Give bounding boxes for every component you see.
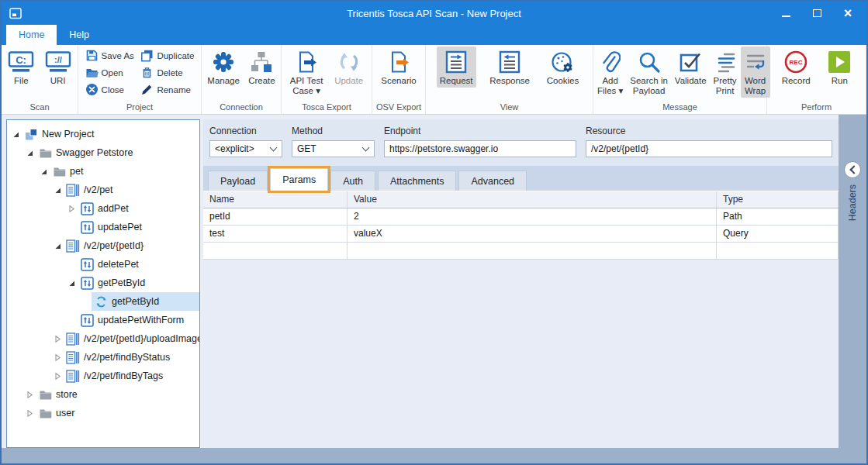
tree-expander-icon[interactable]	[52, 240, 64, 252]
column-header-name[interactable]: Name	[203, 191, 348, 208]
tree-item-getpetbyid[interactable]: getPetById	[7, 274, 199, 292]
table-cell[interactable]: 2	[348, 208, 717, 225]
tree-item-label: pet	[70, 166, 83, 177]
tree-expander-icon[interactable]	[24, 147, 36, 159]
tree-expander-icon[interactable]	[52, 370, 64, 382]
tree-item-label: /v2/pet	[84, 184, 113, 195]
scenario-button[interactable]: Scenario	[378, 46, 419, 88]
app-window: Tricentis Tosca API Scan - New Project ×…	[0, 0, 868, 465]
tree-item-v2-pet-findbystatus[interactable]: /v2/pet/findByStatus	[7, 348, 199, 367]
table-cell[interactable]	[717, 243, 839, 259]
tree-item-label: /v2/pet/findByStatus	[84, 352, 170, 363]
record-button[interactable]: RECRecord	[779, 46, 814, 88]
doc-arrow-blue-icon	[295, 48, 318, 76]
folder-open-icon	[85, 66, 99, 79]
tree-expander-icon[interactable]	[66, 277, 78, 289]
tree-item-user[interactable]: user	[7, 404, 199, 422]
table-cell[interactable]: Path	[717, 208, 839, 225]
pretty-print-button[interactable]: PrettyPrint	[711, 46, 740, 98]
save-as-button[interactable]: Save As	[85, 49, 134, 62]
response-button[interactable]: Response	[486, 46, 533, 88]
tree-item-label: getPetById	[98, 277, 145, 288]
tree-expander-icon[interactable]	[66, 203, 78, 215]
tree-item-getpetbyid[interactable]: getPetById	[7, 292, 199, 311]
tree-item-deletepet[interactable]: deletePet	[7, 255, 199, 274]
table-row	[203, 243, 839, 260]
close-project-button[interactable]: Close	[85, 83, 134, 96]
file-button[interactable]: C:File	[4, 46, 38, 88]
table-cell[interactable]	[203, 243, 348, 259]
endpoint-doc-icon	[66, 184, 80, 197]
endpoint-input[interactable]: https://petstore.swagger.io	[384, 140, 576, 157]
tree-item-updatepetwithform[interactable]: updatePetWithForm	[7, 311, 199, 329]
endpoint-doc-icon	[66, 239, 80, 253]
validate-button[interactable]: Validate	[672, 46, 710, 88]
uri-button[interactable]: ://URI	[41, 46, 75, 88]
tab-auth[interactable]: Auth	[330, 170, 375, 191]
tree-item-updatepet[interactable]: updatePet	[7, 218, 199, 236]
word-wrap-button[interactable]: WordWrap	[741, 46, 770, 98]
add-files-button[interactable]: AddFiles ▾	[594, 46, 626, 98]
tree-item-new-project[interactable]: New Project	[7, 125, 199, 143]
cookies-button[interactable]: Cookies	[544, 46, 583, 88]
tab-params[interactable]: Params	[270, 168, 328, 191]
close-button[interactable]: ×	[842, 7, 854, 19]
expander-spacer	[80, 296, 92, 308]
tree-item-label: store	[56, 389, 78, 400]
table-cell[interactable]: petId	[203, 208, 348, 225]
request-button[interactable]: Request	[437, 46, 476, 88]
tree-expander-icon[interactable]	[10, 129, 22, 140]
open-button[interactable]: Open	[85, 66, 134, 79]
collapse-headers-button[interactable]	[844, 161, 861, 178]
table-cell[interactable]	[348, 243, 717, 259]
tree-expander-icon[interactable]	[24, 389, 36, 401]
column-header-value[interactable]: Value	[348, 191, 717, 208]
duplicate-button[interactable]: Duplicate	[140, 49, 194, 62]
tree-expander-icon[interactable]	[52, 184, 64, 196]
tree-item-swagger-petstore[interactable]: Swagger Petstore	[7, 143, 199, 162]
doc-arrow-orange-icon	[387, 48, 410, 76]
method-select[interactable]: GET	[292, 140, 375, 157]
table-cell[interactable]: test	[203, 226, 348, 242]
maximize-button[interactable]	[811, 7, 823, 19]
table-cell[interactable]: valueX	[348, 226, 717, 242]
table-cell[interactable]: Query	[717, 226, 839, 242]
tab-payload[interactable]: Payload	[208, 170, 268, 191]
tree-item-pet[interactable]: pet	[7, 162, 199, 181]
tree-item-label: New Project	[42, 129, 94, 140]
column-header-type[interactable]: Type	[717, 191, 839, 208]
search-in-payload-button[interactable]: Search inPayload	[627, 46, 671, 98]
tree-expander-icon[interactable]	[24, 408, 36, 419]
manage-button[interactable]: Manage	[204, 46, 243, 88]
tree-expander-icon[interactable]	[52, 333, 64, 345]
endpoint-label: Endpoint	[384, 126, 576, 136]
gear-icon	[212, 48, 235, 76]
connection-select[interactable]: <explicit>	[209, 140, 282, 157]
tab-advanced[interactable]: Advanced	[458, 170, 527, 191]
tree-item-v2-pet-petid-uploadimage[interactable]: /v2/pet/{petId}/uploadImage	[7, 329, 199, 348]
tree-item-v2-pet[interactable]: /v2/pet	[7, 181, 199, 199]
tree-expander-icon[interactable]	[52, 352, 64, 363]
update-button[interactable]: Update	[331, 46, 366, 88]
resource-input[interactable]: /v2/pet/{petId}	[586, 140, 832, 157]
tab-attachments[interactable]: Attachments	[378, 170, 456, 191]
rename-button[interactable]: Rename	[140, 83, 194, 96]
ribbon-group-tosca-export: API TestCase ▾UpdateTosca Export	[282, 45, 372, 114]
ribbon-tab-help[interactable]: Help	[57, 25, 102, 45]
button-label: Case ▾	[292, 86, 320, 96]
api-test-case-button[interactable]: API TestCase ▾	[287, 46, 327, 98]
minimize-button[interactable]	[780, 7, 792, 19]
tab-headers[interactable]: Headers	[847, 184, 858, 221]
tree-item-v2-pet-petid[interactable]: /v2/pet/{petId}	[7, 236, 199, 255]
delete-button[interactable]: Delete	[140, 66, 194, 79]
wrap-lines-icon	[744, 48, 767, 76]
tree-item-v2-pet-findbytags[interactable]: /v2/pet/findByTags	[7, 367, 199, 385]
ribbon-tab-home[interactable]: Home	[6, 25, 57, 45]
tree-item-store[interactable]: store	[7, 385, 199, 404]
create-button[interactable]: Create	[245, 46, 278, 88]
tree-item-addpet[interactable]: addPet	[7, 199, 199, 218]
tree-expander-icon[interactable]	[38, 166, 50, 177]
tree-item-label: Swagger Petstore	[56, 147, 133, 158]
resource-value: /v2/pet/{petId}	[591, 143, 648, 154]
run-button[interactable]: Run	[825, 46, 854, 88]
